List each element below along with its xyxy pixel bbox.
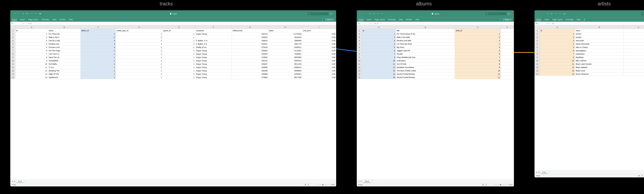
redo-button[interactable]: [34, 12, 37, 15]
view-buttons[interactable]: ▦▤▭: [304, 184, 312, 186]
data-cell[interactable]: [624, 46, 644, 49]
data-cell[interactable]: Angus Young: [195, 56, 232, 59]
row-header[interactable]: 9: [535, 56, 540, 59]
data-cell[interactable]: AC/DC: [575, 32, 624, 36]
data-cell[interactable]: 1: [116, 59, 163, 62]
data-cell[interactable]: 1: [163, 46, 195, 49]
data-cell[interactable]: 1: [80, 62, 116, 66]
col-header[interactable]: H: [268, 25, 302, 29]
undo-button[interactable]: [30, 12, 34, 15]
chevron-up-icon[interactable]: ^: [511, 13, 512, 15]
row-header[interactable]: 2: [535, 32, 540, 36]
cancel-edit-icon[interactable]: ✕: [369, 23, 370, 24]
tab-data[interactable]: Data: [577, 18, 580, 21]
name-box[interactable]: G5: [534, 22, 546, 25]
data-cell[interactable]: [624, 36, 644, 39]
data-cell[interactable]: Restless and Wild: [396, 39, 455, 42]
data-cell[interactable]: Angus Young: [195, 59, 232, 62]
header-cell[interactable]: media_type_id: [116, 29, 163, 32]
data-cell[interactable]: 9: [362, 56, 396, 59]
data-cell[interactable]: 233926: [232, 52, 268, 56]
zoom-out-button[interactable]: −: [314, 184, 315, 186]
row-header[interactable]: 12: [535, 66, 540, 69]
data-cell[interactable]: [501, 49, 514, 52]
data-cell[interactable]: 4: [362, 42, 396, 46]
data-cell[interactable]: 10: [540, 59, 575, 62]
close-icon[interactable]: [12, 13, 14, 14]
spreadsheet-grid[interactable]: ABCD1idtitleartist_id21For Those About T…: [357, 25, 514, 180]
data-cell[interactable]: 0.99: [302, 46, 336, 49]
data-cell[interactable]: [501, 46, 514, 49]
data-cell[interactable]: 11: [455, 72, 501, 76]
data-cell[interactable]: 0.99: [302, 56, 336, 59]
select-all-corner[interactable]: [10, 25, 15, 29]
zoom-in-button[interactable]: +: [329, 184, 330, 186]
data-cell[interactable]: 3: [540, 39, 575, 42]
data-cell[interactable]: 8817038: [268, 76, 302, 79]
data-cell[interactable]: Alcohol Fueled Brewta: [396, 76, 455, 79]
data-cell[interactable]: Jagged Little Pill: [396, 49, 455, 52]
data-cell[interactable]: 1: [163, 42, 195, 46]
data-cell[interactable]: Breaking The: [48, 69, 80, 72]
data-cell[interactable]: 7636561: [268, 52, 302, 56]
data-cell[interactable]: [624, 69, 644, 72]
close-icon[interactable]: [536, 13, 538, 14]
data-cell[interactable]: F. Baltes, S. K: [195, 39, 232, 42]
data-cell[interactable]: 13: [362, 69, 396, 72]
confirm-edit-icon[interactable]: ✓: [25, 23, 26, 24]
fx-icon[interactable]: fx: [552, 23, 554, 24]
chevron-up-icon[interactable]: ^: [334, 13, 334, 15]
header-cell[interactable]: [501, 29, 514, 32]
view-buttons[interactable]: ▦▤▭: [637, 175, 644, 177]
data-cell[interactable]: 5510424: [268, 36, 302, 39]
data-cell[interactable]: 4: [540, 42, 575, 46]
data-cell[interactable]: 6599424: [268, 59, 302, 62]
data-cell[interactable]: [501, 32, 514, 36]
data-cell[interactable]: Audioslave: [575, 52, 624, 56]
search-box[interactable]: [486, 12, 506, 15]
data-cell[interactable]: 230619: [232, 39, 268, 42]
data-cell[interactable]: 10: [15, 62, 48, 66]
save-button[interactable]: [25, 12, 29, 15]
data-cell[interactable]: 1: [540, 32, 575, 36]
data-cell[interactable]: Restless and: [48, 42, 80, 46]
data-cell[interactable]: 2: [80, 36, 116, 39]
tab-page-layout[interactable]: Page Layout: [552, 18, 562, 21]
tab-page-layout[interactable]: Page Layout: [28, 18, 38, 21]
data-cell[interactable]: 7: [362, 52, 396, 56]
name-box[interactable]: E7: [10, 22, 22, 25]
row-header[interactable]: 8: [10, 52, 15, 56]
header-cell[interactable]: [624, 29, 644, 32]
fx-icon[interactable]: fx: [375, 23, 376, 24]
data-cell[interactable]: Aerosmith: [575, 39, 624, 42]
cancel-edit-icon[interactable]: ✕: [23, 23, 24, 24]
data-cell[interactable]: 9: [455, 66, 501, 69]
row-header[interactable]: 13: [535, 69, 540, 72]
data-cell[interactable]: 263288: [232, 69, 268, 72]
header-cell[interactable]: genre_id: [163, 29, 195, 32]
data-cell[interactable]: 12: [540, 66, 575, 69]
col-header[interactable]: B: [48, 25, 80, 29]
header-cell[interactable]: id: [362, 29, 396, 32]
row-header[interactable]: 3: [357, 36, 362, 39]
data-cell[interactable]: 343719: [232, 32, 268, 36]
data-cell[interactable]: 1: [163, 66, 195, 69]
zoom-level[interactable]: 200%: [509, 184, 512, 186]
data-cell[interactable]: Let There Be Rock: [396, 42, 455, 46]
data-cell[interactable]: 1: [163, 32, 195, 36]
data-cell[interactable]: 1: [80, 66, 116, 69]
data-cell[interactable]: 375418: [232, 46, 268, 49]
data-cell[interactable]: 1: [163, 69, 195, 72]
col-header[interactable]: D: [116, 25, 163, 29]
data-cell[interactable]: 1: [80, 59, 116, 62]
print-button[interactable]: [38, 12, 42, 15]
confirm-edit-icon[interactable]: ✓: [371, 23, 372, 24]
data-cell[interactable]: 1: [163, 76, 195, 79]
minimize-icon[interactable]: [15, 13, 16, 14]
minimize-icon[interactable]: [361, 13, 363, 14]
data-cell[interactable]: 2: [455, 36, 501, 39]
data-cell[interactable]: 1: [116, 56, 163, 59]
data-cell[interactable]: 270863: [232, 76, 268, 79]
data-cell[interactable]: Angus Young: [195, 32, 232, 36]
data-cell[interactable]: [624, 42, 644, 46]
